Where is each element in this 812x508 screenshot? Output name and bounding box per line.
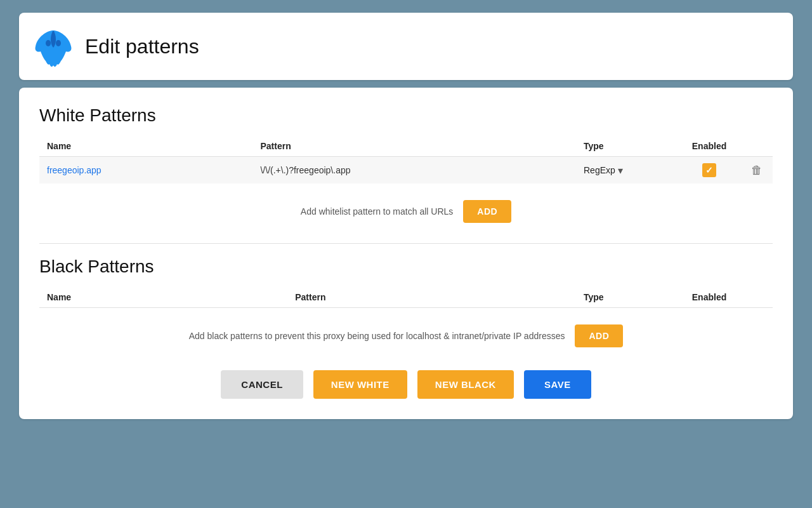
cancel-button[interactable]: CANCEL bbox=[221, 370, 303, 399]
white-row-name: freegeoip.app bbox=[39, 157, 252, 184]
new-white-button[interactable]: NEW WHITE bbox=[313, 370, 407, 399]
white-col-name: Name bbox=[39, 136, 252, 157]
black-patterns-table: Name Pattern Type Enabled bbox=[39, 287, 773, 308]
white-col-pattern: Pattern bbox=[252, 136, 576, 157]
white-add-text: Add whitelist pattern to match all URLs bbox=[301, 206, 453, 217]
white-add-button[interactable]: ADD bbox=[463, 200, 511, 223]
save-button[interactable]: SAVE bbox=[524, 370, 591, 399]
delete-icon[interactable]: 🗑 bbox=[751, 164, 763, 177]
black-col-pattern: Pattern bbox=[287, 287, 576, 308]
white-col-enabled: Enabled bbox=[678, 136, 741, 157]
white-col-type: Type bbox=[576, 136, 678, 157]
table-row: freegeoip.app \/\/(.+\.)?freegeoip\.app … bbox=[39, 157, 773, 184]
section-divider bbox=[39, 243, 773, 244]
black-patterns-title: Black Patterns bbox=[39, 257, 773, 277]
black-add-text: Add black patterns to prevent this proxy… bbox=[189, 331, 565, 341]
white-patterns-table: Name Pattern Type Enabled freegeoip.app … bbox=[39, 136, 773, 184]
type-value: RegExp bbox=[584, 165, 615, 175]
white-row-delete: 🗑 bbox=[741, 157, 773, 184]
black-add-button[interactable]: ADD bbox=[575, 324, 623, 347]
page-title: Edit patterns bbox=[85, 35, 199, 58]
white-patterns-title: White Patterns bbox=[39, 105, 773, 126]
black-col-delete bbox=[741, 287, 773, 308]
main-card: White Patterns Name Pattern Type Enabled… bbox=[19, 88, 793, 419]
black-col-name: Name bbox=[39, 287, 287, 308]
header-card: Edit patterns bbox=[19, 13, 793, 80]
black-add-row: Add black patterns to prevent this proxy… bbox=[39, 313, 773, 365]
white-row-enabled bbox=[678, 157, 741, 184]
black-col-type: Type bbox=[576, 287, 678, 308]
svg-point-0 bbox=[46, 40, 51, 46]
white-add-row: Add whitelist pattern to match all URLs … bbox=[39, 189, 773, 238]
white-row-pattern: \/\/(.+\.)?freegeoip\.app bbox=[252, 157, 576, 184]
black-col-enabled: Enabled bbox=[678, 287, 741, 308]
bat-logo-icon bbox=[34, 24, 72, 69]
footer-buttons: CANCEL NEW WHITE NEW BLACK SAVE bbox=[39, 370, 773, 399]
new-black-button[interactable]: NEW BLACK bbox=[417, 370, 514, 399]
enabled-checkbox[interactable] bbox=[702, 163, 716, 177]
type-dropdown-icon[interactable]: ▾ bbox=[618, 164, 623, 177]
white-row-type: RegExp ▾ bbox=[576, 157, 678, 184]
white-col-delete bbox=[741, 136, 773, 157]
svg-point-1 bbox=[56, 40, 61, 46]
